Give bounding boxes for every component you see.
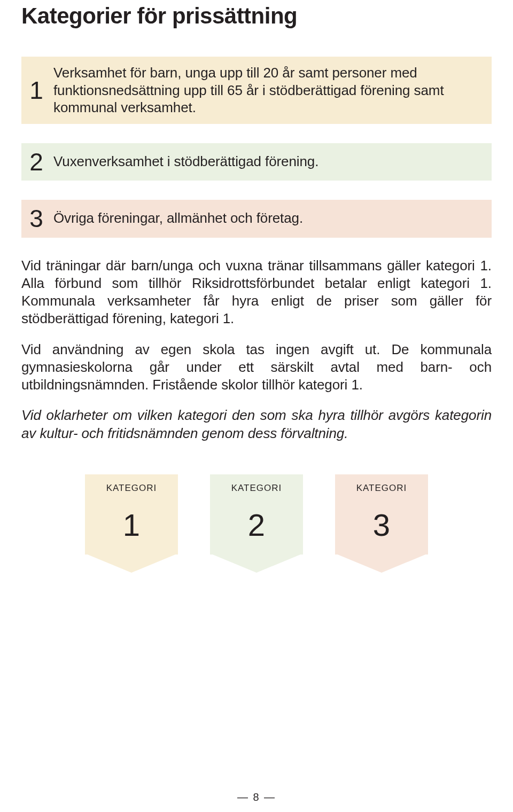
pennant-number: 3	[335, 510, 428, 541]
page-number: — 8 —	[0, 791, 513, 803]
page-title: Kategorier för prissättning	[21, 0, 492, 57]
pennant-label: KATEGORI	[335, 483, 428, 494]
category-box-2: 2Vuxenverksamhet i stödberättigad föreni…	[21, 143, 492, 181]
pennant-label: KATEGORI	[210, 483, 303, 494]
pennant-label: KATEGORI	[85, 483, 178, 494]
pennant-3: KATEGORI3	[335, 474, 428, 576]
category-box-1: 1Verksamhet för barn, unga upp till 20 å…	[21, 57, 492, 124]
paragraph-1: Vid träningar där barn/unga och vuxna tr…	[21, 257, 492, 328]
category-number: 2	[21, 150, 51, 174]
pennant-point-icon	[210, 553, 303, 573]
category-box-3: 3Övriga föreningar, allmänhet och företa…	[21, 200, 492, 238]
body-text-block: Vid träningar där barn/unga och vuxna tr…	[21, 257, 492, 442]
pennant-point-icon	[335, 553, 428, 573]
category-number: 3	[21, 206, 51, 231]
pennant-1: KATEGORI1	[85, 474, 178, 576]
pennant-2: KATEGORI2	[210, 474, 303, 576]
category-text: Vuxenverksamhet i stödberättigad förenin…	[51, 143, 318, 181]
category-list: 1Verksamhet för barn, unga upp till 20 å…	[21, 57, 492, 238]
paragraph-3: Vid oklarheter om vilken kategori den so…	[21, 407, 492, 442]
category-text: Verksamhet för barn, unga upp till 20 år…	[51, 57, 479, 124]
pennant-row: KATEGORI1KATEGORI2KATEGORI3	[21, 474, 492, 576]
pennant-number: 2	[210, 510, 303, 541]
paragraph-2: Vid användning av egen skola tas ingen a…	[21, 341, 492, 394]
pennant-number: 1	[85, 510, 178, 541]
pennant-point-icon	[85, 553, 178, 573]
category-text: Övriga föreningar, allmänhet och företag…	[51, 200, 303, 238]
category-number: 1	[21, 78, 51, 103]
